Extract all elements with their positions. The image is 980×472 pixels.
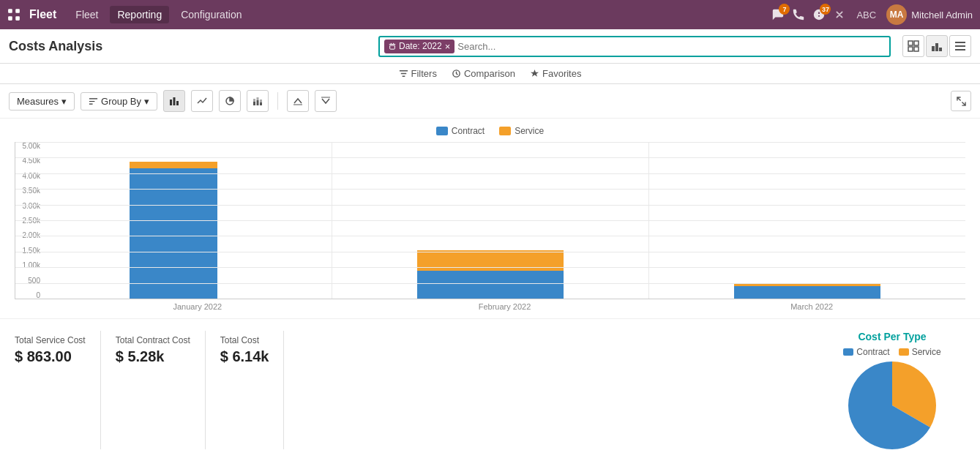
svg-rect-1 bbox=[15, 9, 20, 13]
pie-section: Cost Per Type Contract Service bbox=[819, 331, 965, 449]
bar-service-jan bbox=[130, 162, 217, 168]
phone-icon[interactable] bbox=[792, 8, 805, 21]
abc-label: ABC bbox=[853, 10, 879, 20]
comparison-label: Comparison bbox=[464, 68, 515, 79]
app-brand: Fleet bbox=[29, 8, 56, 21]
summary-service-cost: Total Service Cost $ 863.00 bbox=[15, 331, 101, 449]
messages-icon[interactable]: 7 bbox=[771, 8, 785, 21]
avatar: MA bbox=[886, 4, 907, 25]
chart-container: Contract Service 5.00k 4.50k 4.00k 3.50k… bbox=[0, 119, 980, 311]
svg-rect-12 bbox=[955, 45, 965, 47]
comparison-btn[interactable]: Comparison bbox=[452, 68, 515, 79]
pie-legend-contract: Contract bbox=[843, 347, 889, 357]
bar-stack-feb bbox=[417, 142, 564, 299]
filterbar: Filters Comparison Favorites bbox=[0, 64, 980, 84]
svg-rect-24 bbox=[260, 100, 262, 102]
search-area: Date: 2022 × bbox=[378, 36, 891, 57]
pie-legend-service-label: Service bbox=[912, 347, 941, 357]
nav-configuration[interactable]: Configuration bbox=[173, 6, 249, 23]
svg-rect-13 bbox=[955, 49, 965, 50]
legend-contract-dot bbox=[436, 127, 448, 135]
topnav-right: 7 37 ABC MA Mitchell Admin bbox=[771, 4, 973, 25]
bars-row bbox=[15, 142, 965, 299]
line-chart-type-btn[interactable] bbox=[191, 90, 213, 112]
bar-group-jan bbox=[15, 142, 332, 299]
x-axis-labels: January 2022 February 2022 March 2022 bbox=[15, 299, 965, 311]
pie-title: Cost Per Type bbox=[858, 331, 926, 342]
messages-badge: 7 bbox=[779, 4, 790, 15]
pie-legend-contract-label: Contract bbox=[856, 347, 889, 357]
service-cost-value: $ 863.00 bbox=[15, 348, 86, 365]
svg-rect-21 bbox=[257, 100, 259, 105]
total-cost-value: $ 6.14k bbox=[220, 348, 269, 365]
group-by-button[interactable]: Group By ▾ bbox=[81, 92, 157, 110]
toolbar: Measures ▾ Group By ▾ bbox=[0, 84, 980, 119]
bar-group-feb bbox=[332, 142, 649, 299]
username: Mitchell Admin bbox=[911, 10, 973, 20]
pivot-view-btn[interactable] bbox=[902, 35, 924, 57]
svg-rect-6 bbox=[908, 47, 913, 51]
x-label-feb: February 2022 bbox=[351, 299, 659, 311]
chart-body: 5.00k 4.50k 4.00k 3.50k 3.00k 2.50k 2.00… bbox=[15, 142, 965, 299]
svg-rect-16 bbox=[173, 97, 176, 105]
bar-contract-jan bbox=[130, 168, 217, 299]
toolbar-divider bbox=[277, 92, 278, 110]
pie-legend-service: Service bbox=[899, 347, 941, 357]
stacked-chart-type-btn[interactable] bbox=[247, 90, 269, 112]
svg-rect-11 bbox=[955, 42, 965, 43]
nav-fleet[interactable]: Fleet bbox=[68, 6, 105, 23]
x-label-jan: January 2022 bbox=[44, 299, 351, 311]
list-view-btn[interactable] bbox=[949, 35, 971, 57]
chart-legend: Contract Service bbox=[15, 126, 965, 136]
sort-desc-btn[interactable] bbox=[315, 90, 337, 112]
svg-rect-2 bbox=[8, 16, 12, 20]
svg-rect-5 bbox=[914, 41, 919, 45]
pie-chart-wrap bbox=[848, 362, 936, 449]
measures-button[interactable]: Measures ▾ bbox=[9, 92, 75, 110]
legend-service-label: Service bbox=[515, 126, 544, 136]
expand-btn[interactable] bbox=[951, 91, 971, 111]
bar-group-mar bbox=[649, 142, 965, 299]
bar-stack-mar bbox=[734, 142, 880, 299]
date-filter-tag[interactable]: Date: 2022 × bbox=[384, 40, 455, 53]
bar-chart-view-btn[interactable] bbox=[926, 35, 948, 57]
filter-tag-label: Date: 2022 bbox=[399, 41, 442, 51]
svg-rect-10 bbox=[939, 48, 942, 51]
svg-rect-9 bbox=[935, 43, 938, 51]
contract-cost-label: Total Contract Cost bbox=[116, 335, 190, 345]
summary-contract-cost: Total Contract Cost $ 5.28k bbox=[116, 331, 206, 449]
filters-label: Filters bbox=[411, 68, 437, 79]
summary-total-cost: Total Cost $ 6.14k bbox=[220, 331, 285, 449]
pie-legend: Contract Service bbox=[843, 347, 940, 357]
user-menu[interactable]: MA Mitchell Admin bbox=[886, 4, 973, 25]
legend-service-dot bbox=[499, 127, 511, 135]
favorites-label: Favorites bbox=[542, 68, 581, 79]
view-icons bbox=[902, 35, 971, 57]
pie-chart-type-btn[interactable] bbox=[219, 90, 241, 112]
filter-tag-close[interactable]: × bbox=[445, 41, 451, 52]
summary-area: Total Service Cost $ 863.00 Total Contra… bbox=[0, 318, 980, 461]
svg-rect-0 bbox=[8, 9, 12, 13]
svg-rect-19 bbox=[253, 102, 255, 105]
filters-btn[interactable]: Filters bbox=[399, 68, 437, 79]
activity-badge: 37 bbox=[820, 4, 831, 15]
activity-icon[interactable]: 37 bbox=[812, 8, 826, 21]
nav-reporting[interactable]: Reporting bbox=[110, 6, 169, 23]
svg-rect-17 bbox=[176, 101, 179, 105]
svg-rect-7 bbox=[914, 47, 919, 51]
bar-contract-mar bbox=[734, 286, 880, 299]
favorites-btn[interactable]: Favorites bbox=[530, 68, 581, 79]
pie-legend-service-dot bbox=[899, 348, 909, 356]
close-icon[interactable] bbox=[833, 8, 846, 21]
bar-chart-type-btn[interactable] bbox=[163, 90, 185, 112]
svg-rect-4 bbox=[908, 41, 913, 45]
grid-icon[interactable] bbox=[7, 8, 20, 21]
total-cost-label: Total Cost bbox=[220, 335, 269, 345]
bar-service-feb bbox=[417, 250, 564, 271]
search-input[interactable] bbox=[455, 40, 885, 53]
searchbar: Costs Analysis Date: 2022 × bbox=[0, 29, 980, 64]
pie-chart bbox=[848, 362, 936, 449]
svg-rect-15 bbox=[170, 100, 172, 105]
bars-area bbox=[15, 142, 965, 299]
sort-asc-btn[interactable] bbox=[287, 90, 309, 112]
